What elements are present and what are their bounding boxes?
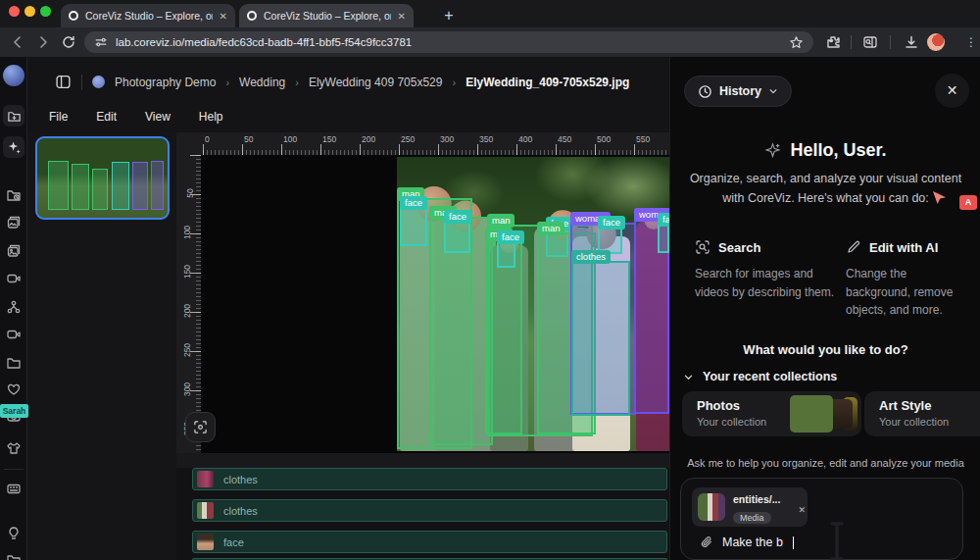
rail-divider (4, 469, 24, 470)
browser-menu-icon[interactable]: ⋮ (965, 33, 977, 51)
url-bar[interactable]: lab.coreviz.io/media/fedc63cd-badb-4ff1-… (84, 31, 813, 53)
ruler-tick-label: 500 (597, 134, 611, 144)
collection-card-art-style[interactable]: Art Style Your collection (864, 391, 980, 436)
ruler-tick-label: 150 (182, 265, 192, 279)
browser-tab-active[interactable]: CoreViz Studio – Explore, org ✕ (239, 4, 414, 27)
tab-close-icon[interactable]: ✕ (398, 11, 406, 22)
chat-input-box[interactable]: entities/... Media ✕ Make the b (680, 478, 963, 560)
menu-edit[interactable]: Edit (96, 110, 117, 124)
paperclip-icon[interactable] (700, 535, 713, 549)
workspace-avatar[interactable] (3, 65, 24, 86)
collections-header[interactable]: Your recent collections (683, 370, 837, 383)
detection-row[interactable]: clothes (192, 499, 667, 522)
intro-text: Organize, search, and analyze your visua… (688, 169, 963, 208)
annotation-label: face (400, 196, 427, 210)
feature-edit-ai[interactable]: Edit with AI Change the background, remo… (846, 239, 973, 320)
ruler-tick-label: 0 (205, 134, 210, 144)
detection-row[interactable]: clothes (192, 468, 667, 490)
attachment-chip[interactable]: entities/... Media ✕ (692, 487, 808, 527)
heart-icon[interactable] (6, 382, 22, 397)
chevron-right-icon: › (225, 76, 229, 88)
pencil-icon (846, 239, 861, 255)
close-panel-button[interactable]: ✕ (935, 74, 969, 108)
menu-view[interactable]: View (145, 110, 171, 124)
detection-row[interactable]: face (192, 531, 667, 553)
annotation-box-face[interactable]: face (444, 221, 470, 253)
ruler-tick-label: 550 (636, 134, 650, 144)
annotation-label: face (658, 213, 669, 227)
bookmark-star-icon[interactable] (789, 35, 804, 50)
menu-file[interactable]: File (49, 110, 68, 124)
site-settings-icon[interactable] (94, 35, 108, 49)
annotation-box-man[interactable]: man (485, 238, 522, 434)
feature-desc: Change the background, remove objects, a… (846, 265, 973, 320)
detection-label: clothes (223, 474, 258, 485)
attachment-name: entities/... (733, 493, 780, 505)
image-thumbnail-selected[interactable] (35, 136, 170, 220)
feature-search[interactable]: Search Search for images and videos by d… (695, 239, 842, 301)
ai-sparkles-icon[interactable] (3, 136, 24, 158)
image-stack-icon[interactable] (6, 215, 22, 230)
forward-icon[interactable] (35, 34, 51, 50)
clock-icon (698, 84, 712, 99)
reload-icon[interactable] (61, 34, 76, 50)
new-tab-button[interactable]: + (437, 4, 461, 27)
back-icon[interactable] (10, 34, 25, 50)
video-camera-icon[interactable] (6, 327, 22, 342)
ruler-tick-label: 350 (479, 134, 493, 144)
ruler-corner (176, 132, 201, 155)
window-minimize-button[interactable] (24, 6, 35, 17)
question-text: What would you like to do? (670, 342, 980, 357)
window-close-button[interactable] (9, 6, 20, 17)
download-icon[interactable] (904, 34, 919, 50)
menu-help[interactable]: Help (199, 110, 223, 124)
tab-close-icon[interactable]: ✕ (220, 11, 227, 22)
media-list-panel (27, 132, 176, 560)
detection-label: face (223, 536, 244, 548)
detection-thumbnail (197, 534, 214, 550)
workflow-nodes-icon[interactable] (6, 299, 22, 315)
sidebar-toggle-icon[interactable] (55, 74, 72, 90)
scan-search-icon (695, 239, 710, 255)
attachment-type-badge: Media (733, 512, 771, 524)
breadcrumb-item[interactable]: Photography Demo (115, 76, 216, 89)
browser-profile-avatar[interactable] (927, 33, 945, 51)
canvas-viewport[interactable]: manfacemanfacemanmanfacefacemanwomanface… (201, 155, 669, 453)
assistant-panel: History ✕ Hello, User. Organize, search,… (669, 57, 980, 560)
breadcrumb-item[interactable]: ElyWedding 409 705x529 (309, 76, 443, 89)
ruler-tick-label: 50 (184, 188, 194, 197)
ruler-tick-label: 250 (401, 134, 415, 144)
ruler-tick-label: 250 (182, 343, 192, 357)
keyboard-icon[interactable] (6, 481, 22, 496)
ruler-tick-label: 300 (182, 382, 192, 396)
toolbar-divider (851, 35, 852, 49)
reading-mode-icon[interactable] (862, 34, 878, 50)
recent-folder-icon[interactable] (6, 187, 22, 203)
breadcrumb-divider (81, 75, 82, 90)
window-zoom-button[interactable] (40, 6, 51, 17)
annotation-box-clothes[interactable]: clothes (571, 261, 630, 416)
extensions-icon[interactable] (825, 34, 841, 50)
collaborator-badge-sarah: Sarah (0, 404, 28, 418)
canvas-footer-strip (176, 453, 669, 468)
chat-text: Make the b (722, 535, 783, 549)
folder-icon[interactable] (6, 355, 22, 371)
annotation-box-face[interactable]: face (658, 224, 669, 253)
chat-input[interactable]: Make the b (700, 535, 794, 549)
apparel-icon[interactable] (6, 440, 22, 456)
add-folder-button[interactable] (3, 105, 24, 127)
history-button[interactable]: History (684, 76, 792, 107)
collection-card-photos[interactable]: Photos Your collection (682, 391, 861, 436)
annotation-box-face[interactable]: face (497, 241, 515, 268)
image-stack-icon[interactable] (6, 243, 22, 259)
remove-attachment-icon[interactable]: ✕ (798, 505, 806, 515)
annotation-box-face[interactable]: face (400, 207, 427, 246)
video-camera-icon[interactable] (6, 271, 22, 286)
breadcrumb-item[interactable]: Wedding (239, 76, 285, 89)
lightbulb-icon[interactable] (6, 526, 22, 541)
browser-tab[interactable]: CoreViz Studio – Explore, org ✕ (61, 4, 235, 27)
zoom-to-fit-button[interactable] (185, 412, 216, 442)
helper-text: Ask me to help you organize, edit and an… (670, 457, 980, 469)
folder-icon[interactable] (6, 552, 22, 560)
chevron-down-icon (683, 372, 694, 382)
